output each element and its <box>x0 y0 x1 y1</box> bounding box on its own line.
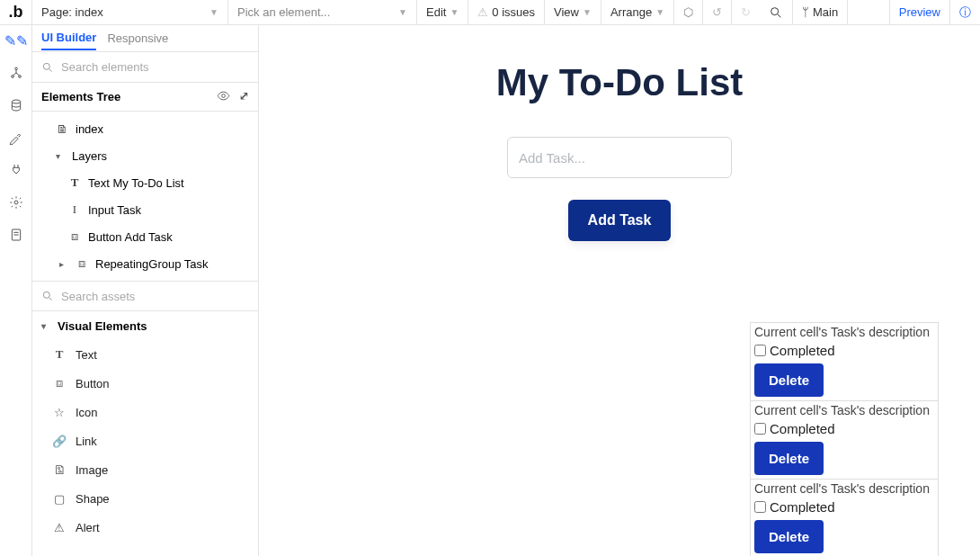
help-button[interactable]: ⓘ <box>950 0 980 24</box>
search-icon <box>769 5 783 20</box>
palette-item-text[interactable]: TText <box>32 340 258 369</box>
cube-icon: ⬡ <box>683 5 693 19</box>
svg-point-10 <box>43 63 49 69</box>
logs-tab-icon[interactable] <box>8 227 24 243</box>
elements-palette: ▾Visual Elements TText ⧈Button ☆Icon 🔗Li… <box>32 311 258 556</box>
task-description[interactable]: Current cell's Task's description <box>751 401 938 419</box>
svg-line-1 <box>778 14 780 17</box>
element-picker[interactable]: Pick an element... ▼ <box>228 0 417 24</box>
svg-point-3 <box>11 76 13 78</box>
redo-icon: ↻ <box>741 5 751 19</box>
settings-tab-icon[interactable] <box>8 194 24 211</box>
branch-icon: ᛘ <box>802 5 809 19</box>
data-tab-icon[interactable] <box>8 97 24 113</box>
tree-item-text[interactable]: TText My To-Do List <box>32 169 258 196</box>
checkbox-input[interactable] <box>754 345 766 356</box>
task-input[interactable] <box>507 137 732 178</box>
delete-button[interactable]: Delete <box>754 520 824 553</box>
chevron-down-icon: ▼ <box>583 7 592 17</box>
checkbox-input[interactable] <box>754 423 766 435</box>
rg-cell[interactable]: Current cell's Task's description Comple… <box>750 479 939 556</box>
cube-button[interactable]: ⬡ <box>674 0 703 24</box>
issues-button[interactable]: ⚠0 issues <box>468 0 545 24</box>
button-icon: ⧈ <box>68 229 81 244</box>
page-selector[interactable]: Page: index ▼ <box>32 0 228 24</box>
tab-ui-builder[interactable]: UI Builder <box>41 31 96 50</box>
svg-point-6 <box>14 201 18 204</box>
redo-button[interactable]: ↻ <box>732 0 760 24</box>
delete-button[interactable]: Delete <box>754 363 824 397</box>
vertical-toolbar: ✎✎ <box>0 25 32 556</box>
checkbox-input[interactable] <box>754 501 766 513</box>
elements-tree-header: Elements Tree ⤢ <box>32 83 258 112</box>
svg-point-4 <box>18 76 21 78</box>
page-title[interactable]: My To-Do List <box>496 61 744 104</box>
svg-line-11 <box>49 68 52 71</box>
palette-item-link[interactable]: 🔗Link <box>32 426 258 455</box>
elements-tree: 🗎index ▾Layers TText My To-Do List IInpu… <box>32 112 258 281</box>
undo-icon: ↺ <box>712 5 722 19</box>
caret-right-icon: ▸ <box>59 259 68 269</box>
chevron-down-icon: ▼ <box>655 7 664 17</box>
page-label: Page: index <box>41 5 103 19</box>
add-task-button[interactable]: Add Task <box>568 200 672 241</box>
tree-item-page[interactable]: 🗎index <box>32 115 258 142</box>
search-icon <box>41 290 54 302</box>
delete-button[interactable]: Delete <box>754 442 824 475</box>
search-assets-row <box>32 281 258 311</box>
arrange-menu[interactable]: Arrange▼ <box>601 0 674 24</box>
svg-point-5 <box>12 100 20 103</box>
search-elements-input[interactable] <box>61 60 249 74</box>
text-icon: T <box>68 175 81 190</box>
caret-down-icon: ▾ <box>41 321 50 331</box>
logo[interactable]: .b <box>0 0 32 24</box>
eye-icon[interactable] <box>217 89 230 105</box>
completed-checkbox[interactable]: Completed <box>751 341 938 360</box>
top-toolbar: .b Page: index ▼ Pick an element... ▼ Ed… <box>0 0 980 25</box>
svg-point-0 <box>771 7 779 14</box>
palette-section-header[interactable]: ▾Visual Elements <box>32 311 258 340</box>
design-canvas[interactable]: My To-Do List Add Task Current cell's Ta… <box>259 25 980 556</box>
completed-checkbox[interactable]: Completed <box>751 419 938 438</box>
styles-tab-icon[interactable] <box>8 130 24 146</box>
tab-responsive[interactable]: Responsive <box>107 31 168 45</box>
sidebar-panel: UI Builder Responsive Elements Tree ⤢ 🗎i… <box>32 25 259 556</box>
star-icon: ☆ <box>52 406 67 419</box>
preview-button[interactable]: Preview <box>889 0 950 24</box>
tree-item-button[interactable]: ⧈Button Add Task <box>32 223 258 250</box>
repeating-group: Current cell's Task's description Comple… <box>300 322 939 556</box>
plugins-tab-icon[interactable] <box>8 162 24 178</box>
link-icon: 🔗 <box>52 435 67 448</box>
design-tab-icon[interactable]: ✎✎ <box>8 32 24 49</box>
image-icon: 🖻 <box>52 463 67 477</box>
search-assets-input[interactable] <box>61 290 249 303</box>
element-picker-label: Pick an element... <box>237 5 330 19</box>
task-description[interactable]: Current cell's Task's description <box>751 323 938 341</box>
button-icon: ⧈ <box>52 376 67 390</box>
shape-icon: ▢ <box>52 492 67 506</box>
rg-cell[interactable]: Current cell's Task's description Comple… <box>750 322 939 400</box>
palette-item-image[interactable]: 🖻Image <box>32 455 258 484</box>
undo-button[interactable]: ↺ <box>703 0 732 24</box>
svg-point-2 <box>14 67 17 70</box>
edit-menu[interactable]: Edit▼ <box>417 0 468 24</box>
tree-item-input[interactable]: IInput Task <box>32 196 258 223</box>
tree-item-rg[interactable]: ▸⧈RepeatingGroup Task <box>32 250 258 277</box>
input-icon: I <box>68 202 81 217</box>
expand-icon[interactable]: ⤢ <box>239 89 249 105</box>
completed-checkbox[interactable]: Completed <box>751 498 938 516</box>
palette-item-shape[interactable]: ▢Shape <box>32 484 258 513</box>
palette-item-button[interactable]: ⧈Button <box>32 369 258 398</box>
workflow-tab-icon[interactable] <box>8 65 24 81</box>
tree-item-layers[interactable]: ▾Layers <box>32 142 258 169</box>
palette-item-icon[interactable]: ☆Icon <box>32 398 258 426</box>
svg-line-14 <box>49 298 52 300</box>
view-menu[interactable]: View▼ <box>545 0 601 24</box>
search-button[interactable] <box>760 0 793 24</box>
chevron-down-icon: ▼ <box>398 7 407 17</box>
palette-item-alert[interactable]: ⚠Alert <box>32 513 258 542</box>
repeating-group-icon: ⧈ <box>76 256 88 271</box>
task-description[interactable]: Current cell's Task's description <box>751 480 938 498</box>
rg-cell[interactable]: Current cell's Task's description Comple… <box>750 400 939 479</box>
branch-selector[interactable]: ᛘMain <box>793 0 848 24</box>
